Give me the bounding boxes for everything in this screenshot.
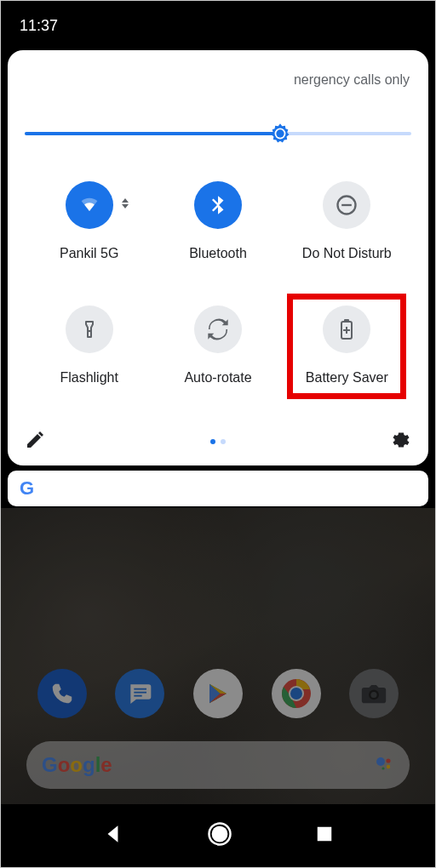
search-bar[interactable]: Google: [26, 741, 410, 789]
google-logo-icon: Google: [42, 753, 112, 777]
highlight-box: [287, 294, 406, 399]
nav-back-button[interactable]: [102, 823, 124, 848]
nav-home-button[interactable]: [207, 821, 232, 850]
app-messages[interactable]: [115, 669, 164, 718]
phone-icon: [49, 681, 75, 706]
svg-point-18: [382, 767, 384, 769]
svg-point-1: [276, 129, 284, 137]
tile-label: Bluetooth: [189, 246, 247, 261]
slider-thumb[interactable]: [268, 122, 292, 146]
pencil-icon: [25, 430, 45, 450]
page-dot: [221, 439, 226, 444]
settings-button[interactable]: [391, 430, 411, 454]
system-nav-bar: [1, 804, 435, 867]
tile-battery-saver[interactable]: Battery Saver: [287, 306, 406, 385]
messages-icon: [126, 680, 153, 707]
status-time: 11:37: [20, 17, 58, 35]
svg-point-16: [386, 758, 390, 762]
tile-label: Auto-rotate: [184, 370, 251, 385]
camera-icon: [359, 679, 388, 708]
tile-dnd[interactable]: Do Not Disturb: [287, 181, 406, 261]
svg-point-4: [88, 330, 90, 333]
page-indicator: [210, 439, 226, 444]
brightness-slider[interactable]: [25, 122, 411, 146]
chrome-icon: [279, 677, 313, 711]
nav-recents-button[interactable]: [315, 825, 334, 847]
qs-footer: [25, 430, 411, 454]
bluetooth-icon: [194, 181, 242, 229]
svg-point-14: [371, 692, 377, 698]
app-camera[interactable]: [349, 669, 399, 718]
app-play-store[interactable]: [193, 669, 243, 718]
status-bar: 11:37: [1, 1, 435, 50]
svg-rect-21: [318, 827, 332, 842]
gear-icon: [391, 430, 411, 450]
tile-label: Do Not Disturb: [302, 246, 392, 261]
svg-point-15: [376, 757, 385, 766]
page-dot-active: [210, 439, 215, 444]
app-chrome[interactable]: [272, 669, 321, 718]
carrier-text: nergency calls only: [25, 66, 411, 88]
svg-point-17: [387, 765, 390, 768]
app-phone[interactable]: [37, 669, 87, 718]
autorotate-icon: [194, 306, 242, 353]
tile-wifi[interactable]: Pankil 5G: [30, 181, 149, 261]
svg-point-20: [212, 826, 228, 842]
app-dock: [1, 669, 435, 718]
slider-track: [25, 132, 411, 135]
play-icon: [205, 681, 231, 706]
edit-button[interactable]: [25, 430, 45, 454]
dnd-icon: [323, 181, 370, 229]
home-icon: [207, 821, 232, 847]
tile-flashlight[interactable]: Flashlight: [30, 306, 149, 385]
svg-point-12: [290, 688, 302, 700]
back-icon: [102, 823, 124, 845]
notification-card[interactable]: G: [8, 471, 428, 506]
chevron-sort-icon[interactable]: [120, 193, 130, 217]
quick-settings-panel: nergency calls only Pankil 5G: [8, 50, 428, 465]
brightness-icon: [268, 122, 292, 146]
tiles-grid: Pankil 5G Bluetooth Do Not Disturb Flash…: [25, 181, 411, 385]
tile-label: Flashlight: [60, 370, 118, 385]
google-g-icon: G: [20, 477, 34, 500]
slider-fill: [25, 132, 280, 135]
tile-label: Pankil 5G: [60, 246, 118, 261]
assistant-icon[interactable]: [374, 753, 394, 777]
tile-bluetooth[interactable]: Bluetooth: [158, 181, 278, 261]
recents-icon: [315, 825, 334, 843]
tile-autorotate[interactable]: Auto-rotate: [158, 306, 278, 385]
flashlight-icon: [66, 306, 113, 353]
wifi-icon: [66, 181, 113, 229]
